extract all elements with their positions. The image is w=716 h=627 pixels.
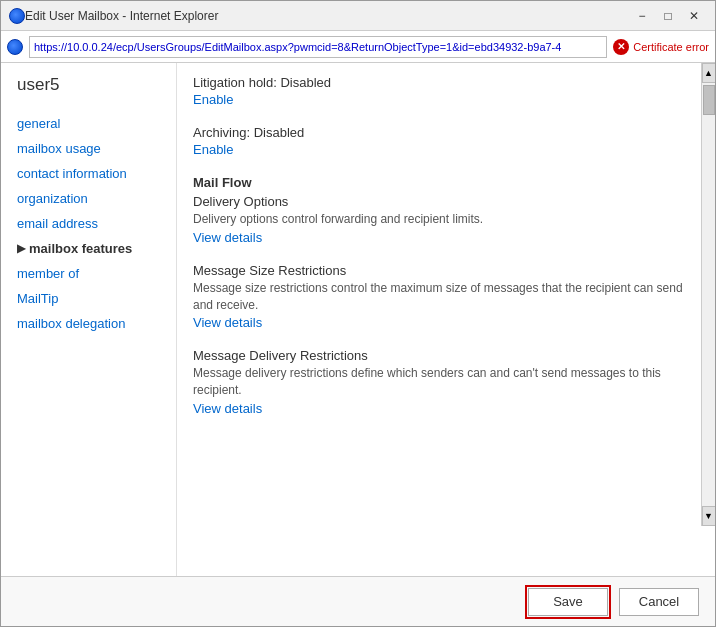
archiving-enable-link[interactable]: Enable	[193, 142, 695, 157]
sidebar-item-contact-information[interactable]: contact information	[1, 161, 176, 186]
cert-error-label: Certificate error	[633, 41, 709, 53]
cancel-button[interactable]: Cancel	[619, 588, 699, 616]
save-button[interactable]: Save	[528, 588, 608, 616]
sidebar-item-mailbox-features[interactable]: ▶ mailbox features	[1, 236, 176, 261]
sidebar-item-mailtip[interactable]: MailTip	[1, 286, 176, 311]
close-button[interactable]: ✕	[681, 6, 707, 26]
sidebar-item-label-mailbox-delegation: mailbox delegation	[17, 316, 125, 331]
sidebar-item-member-of[interactable]: member of	[1, 261, 176, 286]
sidebar: user5 general mailbox usage contact info…	[1, 63, 176, 576]
message-size-desc: Message size restrictions control the ma…	[193, 280, 695, 314]
litigation-hold-section: Litigation hold: Disabled Enable	[193, 75, 695, 107]
sidebar-item-label-mailbox-features: mailbox features	[29, 241, 132, 256]
litigation-hold-status: Litigation hold: Disabled	[193, 75, 695, 90]
minimize-button[interactable]: −	[629, 6, 655, 26]
sidebar-item-label-contact-information: contact information	[17, 166, 127, 181]
scroll-thumb[interactable]	[703, 85, 715, 115]
sidebar-item-label-mailbox-usage: mailbox usage	[17, 141, 101, 156]
window-controls: − □ ✕	[629, 6, 707, 26]
address-bar: ✕ Certificate error	[1, 31, 715, 63]
title-bar: Edit User Mailbox - Internet Explorer − …	[1, 1, 715, 31]
window-title: Edit User Mailbox - Internet Explorer	[25, 9, 629, 23]
sidebar-item-mailbox-delegation[interactable]: mailbox delegation	[1, 311, 176, 336]
delivery-options-link[interactable]: View details	[193, 230, 695, 245]
message-size-section: Message Size Restrictions Message size r…	[193, 263, 695, 331]
message-size-link[interactable]: View details	[193, 315, 695, 330]
sidebar-item-organization[interactable]: organization	[1, 186, 176, 211]
litigation-hold-enable-link[interactable]: Enable	[193, 92, 695, 107]
certificate-error[interactable]: ✕ Certificate error	[613, 39, 709, 55]
main-area: user5 general mailbox usage contact info…	[1, 63, 715, 626]
message-delivery-section: Message Delivery Restrictions Message de…	[193, 348, 695, 416]
scroll-down-button[interactable]: ▼	[702, 506, 716, 526]
cert-error-icon: ✕	[613, 39, 629, 55]
sidebar-item-label-general: general	[17, 116, 60, 131]
sidebar-item-label-organization: organization	[17, 191, 88, 206]
mail-flow-heading: Mail Flow	[193, 175, 695, 190]
message-delivery-link[interactable]: View details	[193, 401, 695, 416]
sidebar-item-email-address[interactable]: email address	[1, 211, 176, 236]
scroll-track: ▲ ▼	[701, 63, 715, 526]
archiving-section: Archiving: Disabled Enable	[193, 125, 695, 157]
sidebar-item-label-email-address: email address	[17, 216, 98, 231]
message-delivery-title: Message Delivery Restrictions	[193, 348, 695, 363]
delivery-options-title: Delivery Options	[193, 194, 695, 209]
sidebar-item-general[interactable]: general	[1, 111, 176, 136]
mail-flow-section: Mail Flow Delivery Options Delivery opti…	[193, 175, 695, 416]
save-button-wrapper: Save	[525, 585, 611, 619]
delivery-options-section: Delivery Options Delivery options contro…	[193, 194, 695, 245]
content-panel: Litigation hold: Disabled Enable Archivi…	[176, 63, 715, 576]
user-title: user5	[1, 75, 176, 111]
sidebar-item-label-member-of: member of	[17, 266, 79, 281]
message-size-title: Message Size Restrictions	[193, 263, 695, 278]
sidebar-item-mailbox-usage[interactable]: mailbox usage	[1, 136, 176, 161]
ie-logo-icon	[9, 8, 25, 24]
footer-bar: Save Cancel	[1, 576, 715, 626]
delivery-options-desc: Delivery options control forwarding and …	[193, 211, 695, 228]
sidebar-item-label-mailtip: MailTip	[17, 291, 58, 306]
maximize-button[interactable]: □	[655, 6, 681, 26]
address-input[interactable]	[29, 36, 607, 58]
message-delivery-desc: Message delivery restrictions define whi…	[193, 365, 695, 399]
content-scroll: Litigation hold: Disabled Enable Archivi…	[193, 75, 699, 564]
scroll-up-button[interactable]: ▲	[702, 63, 716, 83]
address-bar-icon	[7, 39, 23, 55]
active-arrow-icon: ▶	[17, 242, 25, 255]
page-content: user5 general mailbox usage contact info…	[1, 63, 715, 576]
archiving-status: Archiving: Disabled	[193, 125, 695, 140]
